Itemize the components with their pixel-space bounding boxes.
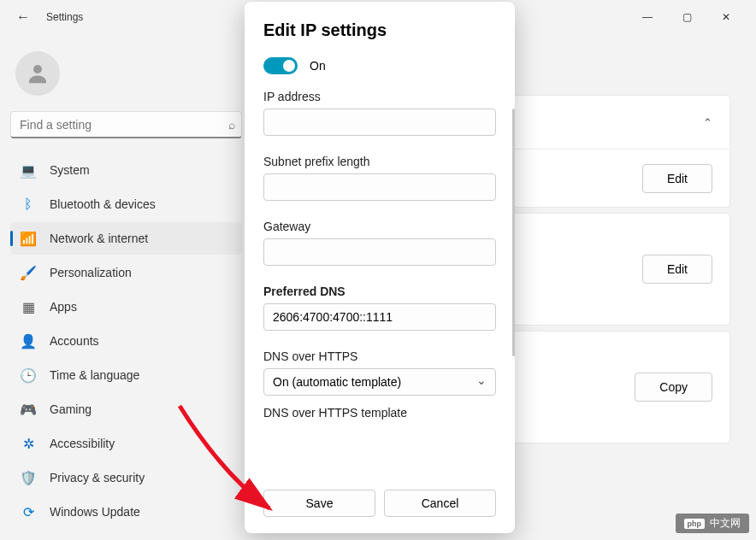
system-icon: 💻 bbox=[19, 161, 38, 179]
copy-button[interactable]: Copy bbox=[635, 373, 712, 402]
sidebar-item-apps[interactable]: ▦Apps bbox=[10, 291, 242, 323]
time-language-icon: 🕒 bbox=[19, 366, 38, 384]
close-button[interactable]: ✕ bbox=[706, 3, 746, 31]
ip-toggle[interactable] bbox=[263, 57, 298, 74]
maximize-button[interactable]: ▢ bbox=[667, 3, 706, 31]
ip-address-label: IP address bbox=[263, 90, 496, 103]
person-icon bbox=[25, 61, 50, 86]
scrollbar-thumb[interactable] bbox=[512, 109, 515, 356]
privacy-security-icon: 🛡️ bbox=[19, 468, 38, 487]
bluetooth-devices-icon: ᛒ bbox=[19, 195, 38, 214]
sidebar-item-label: System bbox=[50, 163, 90, 177]
apps-icon: ▦ bbox=[19, 297, 38, 316]
doh-label: DNS over HTTPS bbox=[263, 349, 496, 363]
sidebar-item-personalization[interactable]: 🖌️Personalization bbox=[10, 256, 242, 289]
ip-address-input[interactable] bbox=[263, 109, 496, 136]
dns-input[interactable] bbox=[263, 303, 496, 331]
accounts-icon: 👤 bbox=[19, 332, 38, 350]
gaming-icon: 🎮 bbox=[19, 400, 38, 419]
gateway-input[interactable] bbox=[263, 238, 496, 266]
window-title: Settings bbox=[46, 11, 83, 23]
sidebar-item-time-language[interactable]: 🕒Time & language bbox=[10, 359, 242, 391]
search-input[interactable] bbox=[10, 111, 242, 138]
sidebar-item-label: Bluetooth & devices bbox=[50, 197, 156, 211]
avatar[interactable] bbox=[15, 51, 60, 96]
sidebar-item-label: Personalization bbox=[50, 266, 132, 279]
svg-point-0 bbox=[33, 65, 42, 73]
save-button[interactable]: Save bbox=[263, 490, 375, 517]
modal-title: Edit IP settings bbox=[263, 21, 496, 40]
sidebar-item-label: Apps bbox=[50, 300, 77, 314]
personalization-icon: 🖌️ bbox=[19, 263, 38, 282]
network-internet-icon: 📶 bbox=[19, 229, 38, 248]
sidebar-item-bluetooth-devices[interactable]: ᛒBluetooth & devices bbox=[10, 188, 242, 220]
subnet-label: Subnet prefix length bbox=[263, 155, 496, 168]
edit-button[interactable]: Edit bbox=[642, 164, 712, 193]
sidebar-item-label: Accounts bbox=[50, 334, 99, 348]
windows-update-icon: ⟳ bbox=[19, 502, 38, 521]
cancel-button[interactable]: Cancel bbox=[384, 490, 496, 517]
sidebar-item-label: Privacy & security bbox=[50, 471, 145, 484]
chevron-up-icon: ⌃ bbox=[703, 116, 712, 129]
edit-ip-modal: Edit IP settings On IP address Subnet pr… bbox=[245, 2, 515, 533]
edit-button-2[interactable]: Edit bbox=[642, 255, 712, 284]
accessibility-icon: ✲ bbox=[19, 434, 38, 453]
dns-label: Preferred DNS bbox=[263, 285, 496, 298]
toggle-label: On bbox=[310, 59, 326, 73]
sidebar-item-label: Network & internet bbox=[50, 232, 148, 245]
sidebar-item-label: Time & language bbox=[50, 368, 139, 382]
back-button[interactable]: ← bbox=[10, 4, 36, 30]
sidebar-item-privacy-security[interactable]: 🛡️Privacy & security bbox=[10, 461, 242, 494]
sidebar-item-gaming[interactable]: 🎮Gaming bbox=[10, 393, 242, 426]
sidebar-item-label: Windows Update bbox=[50, 505, 140, 519]
sidebar-item-label: Gaming bbox=[50, 402, 92, 416]
sidebar-item-network-internet[interactable]: 📶Network & internet bbox=[10, 222, 242, 255]
gateway-label: Gateway bbox=[263, 220, 496, 233]
doh-template-label: DNS over HTTPS template bbox=[263, 406, 496, 420]
doh-select[interactable]: On (automatic template) bbox=[263, 368, 496, 396]
minimize-button[interactable]: — bbox=[628, 3, 667, 31]
sidebar-item-system[interactable]: 💻System bbox=[10, 154, 242, 186]
sidebar-item-windows-update[interactable]: ⟳Windows Update bbox=[10, 496, 242, 528]
search-icon: ⌕ bbox=[228, 118, 235, 132]
sidebar-item-accounts[interactable]: 👤Accounts bbox=[10, 325, 242, 357]
subnet-input[interactable] bbox=[263, 173, 496, 201]
sidebar-item-label: Accessibility bbox=[50, 437, 115, 450]
sidebar-item-accessibility[interactable]: ✲Accessibility bbox=[10, 427, 242, 460]
watermark: php 中文网 bbox=[676, 514, 750, 533]
